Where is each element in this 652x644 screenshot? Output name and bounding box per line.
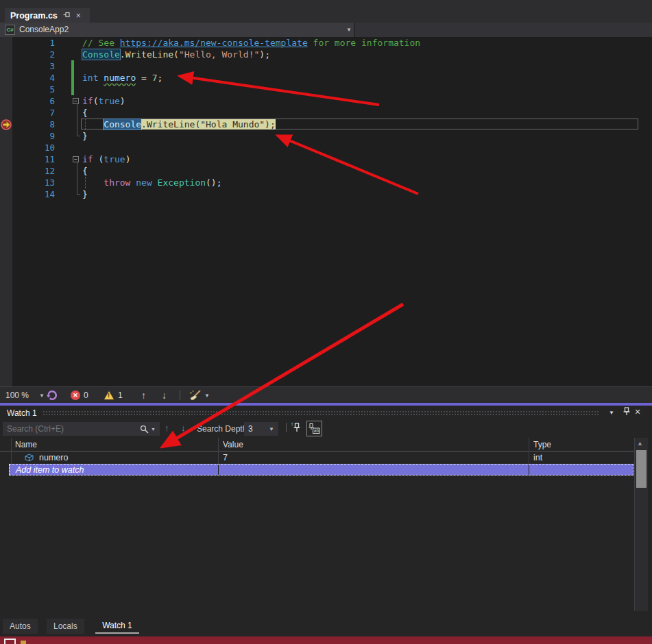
- search-up-icon[interactable]: ↑: [165, 423, 169, 433]
- close-icon[interactable]: ×: [635, 406, 640, 417]
- code-text: {: [82, 165, 88, 177]
- previous-issue-icon[interactable]: ↑: [141, 387, 146, 404]
- pin-icon[interactable]: [63, 11, 71, 20]
- add-watch-row[interactable]: Add item to watch: [9, 464, 633, 475]
- svg-text:T: T: [291, 422, 294, 427]
- zoom-level-value: 100 %: [5, 391, 29, 400]
- line-number: 6: [12, 95, 55, 107]
- navigation-bar: C# ConsoleApp2 ▼: [0, 23, 652, 37]
- title-bar-grip: [43, 410, 600, 417]
- code-line-13[interactable]: 13 throw new Exception();: [0, 177, 652, 188]
- line-number: 8: [12, 119, 55, 130]
- line-number: 13: [12, 177, 55, 188]
- project-dropdown[interactable]: C# ConsoleApp2 ▼: [0, 23, 355, 37]
- code-text: if(true): [82, 95, 125, 107]
- collapse-region-icon[interactable]: −: [73, 156, 79, 162]
- debug-status-bar: [0, 636, 652, 644]
- project-name: ConsoleApp2: [19, 25, 69, 34]
- csharp-project-icon: C#: [5, 25, 15, 35]
- line-number: 5: [12, 84, 55, 95]
- line-number: 1: [12, 37, 55, 49]
- watch-search-box[interactable]: ▼: [3, 422, 160, 436]
- code-line-1[interactable]: 1// See https://aka.ms/new-console-templ…: [0, 37, 652, 49]
- search-icon[interactable]: ▼: [140, 425, 160, 434]
- search-depth-label: Search Depth:: [197, 424, 250, 434]
- search-options-chevron-icon: ▼: [151, 427, 156, 432]
- zoom-chevron-icon[interactable]: ▼: [39, 387, 45, 404]
- line-number: 14: [12, 188, 55, 200]
- broom-chevron-icon[interactable]: ▼: [204, 387, 210, 404]
- code-line-14[interactable]: 14}: [0, 188, 652, 200]
- chevron-down-icon[interactable]: ▼: [346, 27, 352, 33]
- close-icon[interactable]: ×: [76, 12, 81, 20]
- tab-autos[interactable]: Autos: [3, 619, 38, 634]
- code-text: }: [82, 130, 88, 142]
- code-line-11[interactable]: 11−if (true): [0, 153, 652, 165]
- chevron-down-icon: ▼: [269, 426, 274, 432]
- breakpoint-current-statement-icon[interactable]: [1, 119, 12, 130]
- watch-panel: Watch 1 ▼ × ▼ ↑ ↓ Search Depth: 3 ▼: [0, 406, 652, 617]
- collapse-region-icon[interactable]: −: [73, 98, 79, 104]
- code-line-7[interactable]: 7{: [0, 107, 652, 119]
- watch-title-bar[interactable]: Watch 1 ▼ ×: [0, 406, 652, 420]
- watch-scrollbar[interactable]: ▲: [635, 438, 648, 611]
- search-input[interactable]: [3, 424, 140, 434]
- scrollbar-thumb[interactable]: [636, 450, 647, 488]
- search-depth-dropdown[interactable]: 3 ▼: [244, 422, 278, 436]
- search-down-icon[interactable]: ↓: [181, 423, 186, 433]
- code-line-8[interactable]: 8 Console.WriteLine("Hola Mundo");: [0, 119, 652, 130]
- next-issue-icon[interactable]: ↓: [162, 387, 167, 404]
- column-header-name[interactable]: Name: [15, 440, 37, 449]
- watch-name: numero: [39, 453, 68, 462]
- code-line-6[interactable]: 6−if(true): [0, 95, 652, 107]
- zoom-level-dropdown[interactable]: 100 %: [5, 387, 29, 404]
- scroll-up-icon[interactable]: ▲: [637, 440, 643, 447]
- code-text: Console.WriteLine("Hello, World!");: [82, 49, 270, 60]
- error-count-button[interactable]: ✕ 0: [71, 387, 88, 404]
- code-text: if (true): [82, 153, 130, 165]
- code-line-4[interactable]: 4int numero = 7;: [0, 72, 652, 84]
- svg-text:ab: ab: [314, 428, 319, 433]
- line-number: 2: [12, 49, 55, 60]
- error-count: 0: [84, 391, 88, 400]
- watch-type: int: [533, 453, 542, 462]
- toolbar-separator: [286, 423, 287, 432]
- status-bar-icon: [4, 639, 16, 644]
- line-number: 9: [12, 130, 55, 142]
- watch-value[interactable]: 7: [223, 453, 228, 462]
- column-header-type[interactable]: Type: [533, 440, 551, 449]
- warning-count: 1: [118, 391, 123, 400]
- code-line-3[interactable]: 3: [0, 60, 652, 72]
- show-text-visualizer-toggle[interactable]: ab: [306, 421, 322, 436]
- code-line-12[interactable]: 12{: [0, 165, 652, 177]
- tab-program-cs[interactable]: Program.cs ×: [5, 8, 90, 23]
- pin-icon[interactable]: [623, 407, 631, 417]
- line-number: 12: [12, 165, 55, 177]
- tab-watch-1[interactable]: Watch 1: [95, 619, 139, 634]
- warning-count-button[interactable]: 1: [104, 387, 123, 404]
- search-depth-value: 3: [248, 424, 253, 434]
- code-line-9[interactable]: 9}: [0, 130, 652, 142]
- grid-divider: [529, 465, 529, 475]
- add-watch-label: Add item to watch: [16, 465, 84, 475]
- vs-window: Program.cs × C# ConsoleApp2 ▼ 1// See ht…: [0, 0, 652, 644]
- pin-to-source-icon[interactable]: T: [291, 421, 302, 436]
- watch-row-numero[interactable]: numero7int: [0, 451, 634, 464]
- window-position-chevron-icon[interactable]: ▼: [609, 410, 614, 416]
- field-cube-icon: [25, 454, 34, 464]
- watch-toolbar: ▼ ↑ ↓ Search Depth: 3 ▼ T ab: [0, 420, 652, 438]
- line-number: 7: [12, 107, 55, 119]
- code-line-2[interactable]: 2Console.WriteLine("Hello, World!");: [0, 49, 652, 60]
- code-line-5[interactable]: 5: [0, 84, 652, 95]
- code-line-10[interactable]: 10: [0, 142, 652, 153]
- error-icon: ✕: [71, 391, 80, 400]
- column-header-value[interactable]: Value: [223, 440, 243, 449]
- document-tab-strip: Program.cs ×: [0, 0, 652, 23]
- status-bar-partial-icon: [21, 641, 26, 644]
- editor-bottom-toolbar: 100 % ▼ ✕ 0 1 ↑ ↓ ▼ ◄: [0, 386, 652, 403]
- code-cleanup-broom-icon[interactable]: [189, 387, 202, 404]
- document-health-icon[interactable]: [47, 387, 58, 404]
- grid-divider: [218, 465, 219, 475]
- code-editor[interactable]: 1// See https://aka.ms/new-console-templ…: [0, 37, 652, 386]
- tab-locals[interactable]: Locals: [47, 619, 84, 634]
